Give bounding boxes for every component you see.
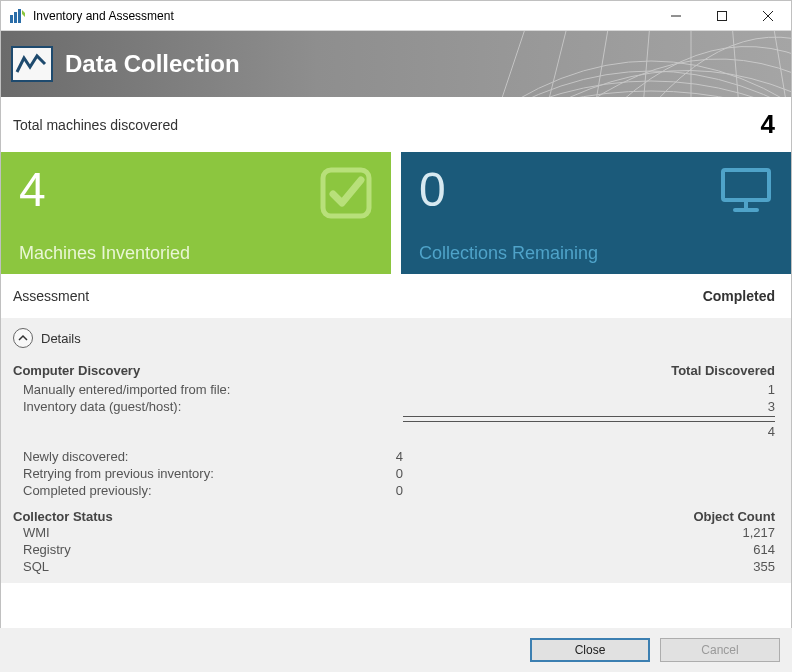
total-discovered-label: Total machines discovered bbox=[13, 117, 178, 133]
cancel-button: Cancel bbox=[660, 638, 780, 662]
window-title: Inventory and Assessment bbox=[33, 9, 653, 23]
discovery-sum-row: 4 bbox=[13, 418, 775, 440]
collections-remaining-caption: Collections Remaining bbox=[419, 243, 773, 264]
discovery-row: Inventory data (guest/host): 3 bbox=[13, 398, 775, 418]
details-area: Details Computer Discovery Total Discove… bbox=[1, 318, 791, 583]
summary-tiles: 4 Machines Inventoried 0 Collections Rem… bbox=[1, 152, 791, 274]
button-bar: Close Cancel bbox=[0, 628, 792, 672]
collector-status-title: Collector Status bbox=[13, 509, 693, 524]
svg-line-6 bbox=[541, 31, 571, 97]
minimize-icon bbox=[671, 11, 681, 21]
collections-remaining-tile: 0 Collections Remaining bbox=[401, 152, 791, 274]
svg-line-11 bbox=[771, 31, 791, 97]
details-toggle[interactable]: Details bbox=[13, 328, 775, 348]
svg-rect-3 bbox=[18, 9, 21, 23]
machines-inventoried-tile: 4 Machines Inventoried bbox=[1, 152, 391, 274]
svg-rect-1 bbox=[10, 15, 13, 23]
collector-row: SQL 355 bbox=[13, 558, 775, 575]
assessment-label: Assessment bbox=[13, 288, 89, 304]
object-count-header: Object Count bbox=[693, 509, 775, 524]
discovery-row: Manually entered/imported from file: 1 bbox=[13, 381, 775, 398]
chevron-up-icon bbox=[13, 328, 33, 348]
assessment-status: Completed bbox=[703, 288, 775, 304]
machines-inventoried-caption: Machines Inventoried bbox=[19, 243, 373, 264]
svg-rect-13 bbox=[723, 170, 769, 200]
collector-row: Registry 614 bbox=[13, 541, 775, 558]
total-discovered-header: Total Discovered bbox=[403, 363, 775, 378]
banner: Data Collection bbox=[1, 31, 791, 97]
breakdown-row: Retrying from previous inventory: 0 bbox=[13, 465, 775, 482]
maximize-icon bbox=[717, 11, 727, 21]
banner-title: Data Collection bbox=[65, 50, 240, 78]
breakdown-row: Completed previously: 0 bbox=[13, 482, 775, 499]
svg-line-8 bbox=[641, 31, 651, 97]
close-icon bbox=[763, 11, 773, 21]
maximize-button[interactable] bbox=[699, 1, 745, 30]
check-icon bbox=[319, 166, 373, 220]
svg-rect-2 bbox=[14, 12, 17, 23]
minimize-button[interactable] bbox=[653, 1, 699, 30]
details-header-label: Details bbox=[41, 331, 81, 346]
close-window-button[interactable] bbox=[745, 1, 791, 30]
assessment-row: Assessment Completed bbox=[1, 274, 791, 318]
chart-line-icon bbox=[11, 46, 53, 82]
close-button[interactable]: Close bbox=[530, 638, 650, 662]
breakdown-row: Newly discovered: 4 bbox=[13, 448, 775, 465]
mesh-decoration bbox=[471, 31, 791, 97]
collector-row: WMI 1,217 bbox=[13, 524, 775, 541]
svg-line-5 bbox=[491, 31, 531, 97]
computer-discovery-title: Computer Discovery bbox=[13, 363, 293, 378]
titlebar: Inventory and Assessment bbox=[1, 1, 791, 31]
monitor-icon bbox=[719, 166, 773, 214]
total-discovered-row: Total machines discovered 4 bbox=[1, 97, 791, 152]
app-icon bbox=[9, 8, 25, 24]
svg-rect-4 bbox=[718, 11, 727, 20]
svg-line-10 bbox=[731, 31, 741, 97]
total-discovered-value: 4 bbox=[761, 109, 775, 140]
